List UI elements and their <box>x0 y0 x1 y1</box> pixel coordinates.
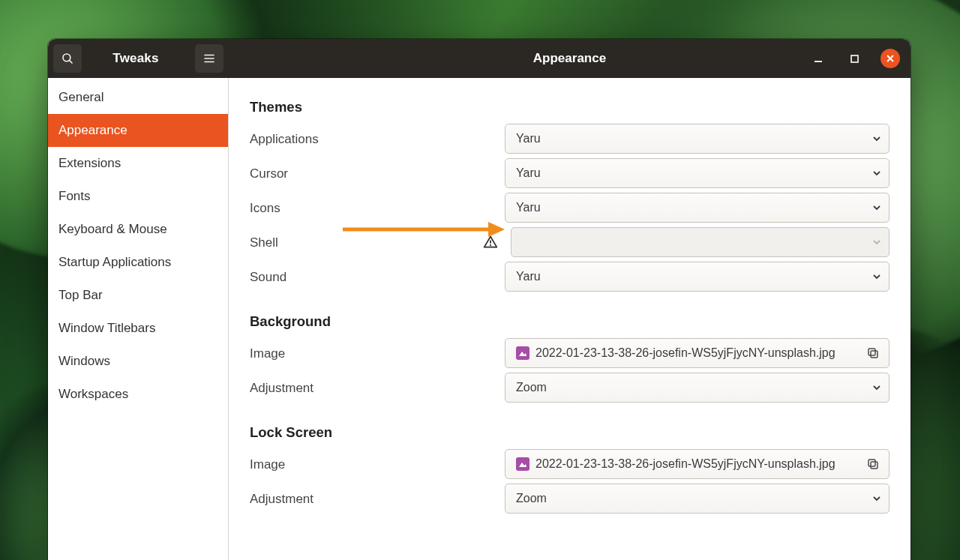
content-panel: Themes Applications Yaru Cursor Yaru <box>229 78 910 560</box>
chevron-down-icon <box>872 169 881 178</box>
label-icons: Icons <box>250 199 505 216</box>
combo-ls-adjustment-value: Zoom <box>516 492 547 505</box>
svg-rect-15 <box>868 349 875 355</box>
combo-sound[interactable]: Yaru <box>505 262 890 292</box>
close-button[interactable] <box>880 49 900 68</box>
combo-icons[interactable]: Yaru <box>505 193 890 223</box>
sidebar-item-startup-applications[interactable]: Startup Applications <box>48 246 228 279</box>
app-title: Tweaks <box>82 51 190 66</box>
svg-rect-17 <box>871 462 878 469</box>
row-icons: Icons Yaru <box>250 190 890 225</box>
copy-icon <box>866 346 880 360</box>
combo-cursor[interactable]: Yaru <box>505 158 890 188</box>
file-chooser-bg-image[interactable]: 2022-01-23-13-38-26-josefin-WS5yjFjycNY-… <box>505 338 890 368</box>
row-shell: Shell <box>250 225 890 259</box>
combo-applications[interactable]: Yaru <box>505 124 890 154</box>
image-file-icon <box>516 346 530 360</box>
combo-bg-adjustment-value: Zoom <box>516 381 547 394</box>
sidebar-item-windows[interactable]: Windows <box>48 345 228 378</box>
combo-ls-adjustment[interactable]: Zoom <box>505 484 890 514</box>
sidebar-item-keyboard-mouse[interactable]: Keyboard & Mouse <box>48 213 228 246</box>
chevron-down-icon <box>872 238 881 247</box>
hamburger-icon <box>202 52 216 65</box>
section-heading-lockscreen: Lock Screen <box>250 424 890 441</box>
svg-rect-18 <box>868 460 875 466</box>
svg-rect-6 <box>851 55 858 62</box>
tweaks-window: Tweaks Appearance General Appea <box>48 39 910 560</box>
label-ls-adjustment: Adjustment <box>250 490 505 507</box>
combo-sound-value: Yaru <box>516 270 541 283</box>
chevron-down-icon <box>872 203 881 212</box>
row-ls-image: Image 2022-01-23-13-38-26-josefin-WS5yjF… <box>250 447 890 481</box>
label-applications: Applications <box>250 130 505 147</box>
label-ls-image: Image <box>250 456 505 472</box>
svg-line-1 <box>69 60 72 63</box>
maximize-button[interactable] <box>844 49 864 68</box>
combo-cursor-value: Yaru <box>516 166 541 180</box>
row-bg-adjustment: Adjustment Zoom <box>250 370 890 405</box>
file-name-ls-image: 2022-01-23-13-38-26-josefin-WS5yjFjycNY-… <box>536 457 836 471</box>
minimize-icon <box>813 53 824 64</box>
headerbar-right: Appearance <box>229 39 910 78</box>
sidebar-item-workspaces[interactable]: Workspaces <box>48 378 228 411</box>
sidebar-item-general[interactable]: General <box>48 81 228 114</box>
search-icon <box>61 52 74 65</box>
chevron-down-icon <box>872 383 881 392</box>
close-icon <box>886 54 895 63</box>
label-cursor: Cursor <box>250 165 505 181</box>
combo-bg-adjustment[interactable]: Zoom <box>505 373 890 403</box>
sidebar-item-fonts[interactable]: Fonts <box>48 180 228 213</box>
row-ls-adjustment: Adjustment Zoom <box>250 481 890 516</box>
copy-icon <box>866 457 880 471</box>
label-sound: Sound <box>250 268 505 285</box>
sidebar: General Appearance Extensions Fonts Keyb… <box>48 78 229 560</box>
file-chooser-ls-image[interactable]: 2022-01-23-13-38-26-josefin-WS5yjFjycNY-… <box>505 449 890 479</box>
file-name-bg-image: 2022-01-23-13-38-26-josefin-WS5yjFjycNY-… <box>536 346 836 360</box>
headerbar-left: Tweaks <box>48 39 229 78</box>
section-heading-background: Background <box>250 313 890 330</box>
row-bg-image: Image 2022-01-23-13-38-26-josefin-WS5yjF… <box>250 336 890 370</box>
row-sound: Sound Yaru <box>250 259 890 294</box>
chevron-down-icon <box>872 134 881 143</box>
section-heading-themes: Themes <box>250 99 890 115</box>
open-file-button[interactable] <box>865 345 881 361</box>
sidebar-item-top-bar[interactable]: Top Bar <box>48 279 228 312</box>
label-bg-image: Image <box>250 345 505 361</box>
maximize-icon <box>850 54 860 64</box>
open-file-button[interactable] <box>865 456 881 472</box>
minimize-button[interactable] <box>808 49 828 68</box>
label-bg-adjustment: Adjustment <box>250 379 505 396</box>
svg-marker-16 <box>519 463 526 467</box>
window-controls <box>808 49 910 68</box>
sidebar-item-extensions[interactable]: Extensions <box>48 147 228 180</box>
image-file-icon <box>516 457 530 471</box>
row-cursor: Cursor Yaru <box>250 156 890 190</box>
search-button[interactable] <box>53 44 82 73</box>
label-shell: Shell <box>250 234 505 250</box>
row-applications: Applications Yaru <box>250 121 890 156</box>
sidebar-item-appearance[interactable]: Appearance <box>48 114 228 147</box>
combo-applications-value: Yaru <box>516 132 541 145</box>
svg-rect-14 <box>871 351 878 358</box>
chevron-down-icon <box>872 272 881 281</box>
warning-icon <box>482 235 499 250</box>
svg-marker-13 <box>519 352 526 356</box>
sidebar-item-window-titlebars[interactable]: Window Titlebars <box>48 312 228 345</box>
headerbar: Tweaks Appearance <box>48 39 910 78</box>
combo-icons-value: Yaru <box>516 201 541 214</box>
chevron-down-icon <box>872 494 881 503</box>
combo-shell <box>511 227 890 257</box>
svg-point-12 <box>490 244 491 246</box>
hamburger-menu-button[interactable] <box>195 44 224 73</box>
